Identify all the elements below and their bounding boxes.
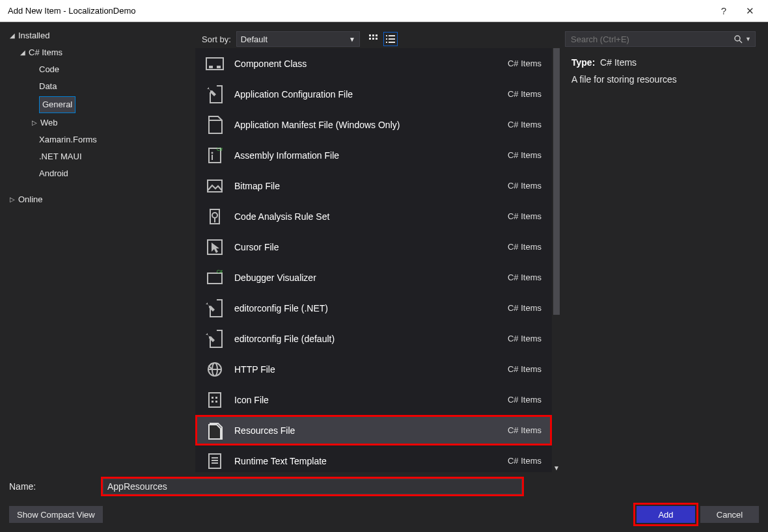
- tree-item-web[interactable]: ▷ Web: [4, 114, 191, 131]
- svg-rect-3: [369, 38, 371, 40]
- svg-rect-24: [208, 273, 222, 284]
- component-class-icon: [205, 54, 225, 73]
- svg-rect-30: [212, 397, 213, 399]
- list-item-label: Debugger Visualizer: [234, 273, 508, 283]
- list-item-label: Icon File: [234, 395, 508, 405]
- svg-rect-29: [209, 393, 221, 407]
- list-item-label: Runtime Text Template: [234, 456, 508, 466]
- list-item-resources-file[interactable]: Resources FileC# Items: [195, 415, 552, 446]
- tree-item-csharp[interactable]: ◢ C# Items: [4, 44, 191, 61]
- template-list: Component ClassC# Items Application Conf…: [195, 48, 552, 472]
- svg-rect-13: [209, 66, 213, 68]
- tree-item[interactable]: Xamarin.Forms: [4, 131, 191, 148]
- list-item[interactable]: C#Assembly Information FileC# Items: [195, 140, 552, 170]
- scroll-down-icon[interactable]: ▼: [552, 463, 561, 472]
- view-list-button[interactable]: [383, 32, 398, 46]
- svg-point-38: [735, 36, 740, 41]
- svg-rect-10: [386, 42, 387, 43]
- category-tree: ◢ Installed ◢ C# Items Code Data General…: [0, 22, 195, 472]
- tree-item-label: Installed: [18, 29, 49, 43]
- svg-rect-8: [386, 38, 387, 40]
- svg-text:C#: C#: [217, 269, 223, 274]
- chevron-right-icon: ▷: [8, 193, 17, 207]
- svg-rect-6: [386, 35, 387, 36]
- template-list-scrollbar[interactable]: ▼: [552, 48, 561, 472]
- list-item[interactable]: Cursor FileC# Items: [195, 232, 552, 262]
- info-file-icon: C#: [205, 146, 225, 165]
- list-item-label: Code Analysis Rule Set: [234, 211, 508, 222]
- tree-item-label: Android: [39, 166, 68, 181]
- list-item-label: Bitmap File: [234, 181, 508, 191]
- svg-rect-14: [217, 66, 221, 68]
- list-item-label: Resources File: [234, 425, 508, 436]
- title-bar: Add New Item - LocalizationDemo ? ✕: [0, 0, 768, 22]
- show-compact-view-button[interactable]: Show Compact View: [9, 506, 103, 523]
- svg-rect-5: [376, 38, 377, 40]
- tree-item-installed[interactable]: ◢ Installed: [4, 27, 191, 44]
- list-item-tag: C# Items: [508, 211, 542, 221]
- search-box[interactable]: ▼: [565, 31, 756, 47]
- list-item[interactable]: editorconfig File (default)C# Items: [195, 323, 552, 354]
- view-medium-icons-button[interactable]: [366, 32, 381, 46]
- ruleset-icon: [205, 207, 225, 226]
- tree-item-online[interactable]: ▷ Online: [4, 191, 191, 208]
- tree-item[interactable]: Code: [4, 61, 191, 78]
- list-item[interactable]: Application Configuration FileC# Items: [195, 79, 552, 109]
- help-icon[interactable]: ?: [711, 5, 737, 16]
- info-description: A file for storing resources: [571, 74, 752, 85]
- list-item-label: Component Class: [234, 59, 508, 69]
- list-item-tag: C# Items: [508, 120, 542, 129]
- svg-point-21: [212, 213, 217, 218]
- chevron-down-icon[interactable]: ▼: [745, 36, 751, 42]
- list-item[interactable]: Component ClassC# Items: [195, 48, 552, 79]
- add-button[interactable]: Add: [637, 506, 695, 523]
- icon-file-icon: [205, 390, 225, 410]
- cancel-button[interactable]: Cancel: [700, 506, 759, 523]
- svg-rect-11: [389, 42, 395, 43]
- name-input[interactable]: [103, 479, 522, 494]
- info-type-value: C# Items: [600, 57, 637, 68]
- cursor-icon: [205, 237, 225, 257]
- svg-rect-12: [206, 58, 223, 70]
- tree-item-label: Data: [39, 79, 57, 94]
- editorconfig-icon: [205, 299, 225, 318]
- window-title: Add New Item - LocalizationDemo: [5, 6, 711, 16]
- list-item-tag: C# Items: [508, 242, 542, 252]
- tree-item-label: C# Items: [29, 46, 62, 60]
- bottom-bar: Name: Show Compact View Add Cancel: [0, 472, 768, 532]
- search-input[interactable]: [569, 34, 731, 45]
- svg-rect-17: [212, 155, 213, 160]
- tree-item[interactable]: .NET MAUI: [4, 148, 191, 165]
- sort-by-dropdown[interactable]: Default ▼: [236, 31, 360, 47]
- list-item-tag: C# Items: [508, 181, 542, 191]
- list-item[interactable]: Application Manifest File (Windows Only)…: [195, 109, 552, 140]
- list-item[interactable]: HTTP FileC# Items: [195, 354, 552, 384]
- chevron-down-icon: ◢: [18, 46, 27, 60]
- bitmap-icon: [205, 176, 225, 196]
- list-icon: [386, 34, 395, 44]
- list-item[interactable]: Code Analysis Rule SetC# Items: [195, 201, 552, 232]
- list-item[interactable]: Icon FileC# Items: [195, 384, 552, 415]
- list-item-label: Application Configuration File: [234, 89, 508, 100]
- list-item[interactable]: Bitmap FileC# Items: [195, 170, 552, 201]
- list-item-tag: C# Items: [508, 364, 542, 374]
- chevron-down-icon: ◢: [8, 29, 17, 43]
- tree-item-label: Code: [39, 62, 59, 77]
- svg-rect-19: [208, 180, 222, 192]
- list-item-tag: C# Items: [508, 425, 542, 435]
- list-item[interactable]: editorconfig File (.NET)C# Items: [195, 293, 552, 323]
- list-item-label: Cursor File: [234, 242, 508, 252]
- tree-item[interactable]: Data: [4, 78, 191, 95]
- list-item-tag: C# Items: [508, 456, 542, 466]
- svg-rect-32: [212, 401, 213, 403]
- chevron-down-icon: ▼: [349, 36, 355, 43]
- tree-item[interactable]: Android: [4, 165, 191, 182]
- scrollbar-thumb[interactable]: [553, 48, 560, 315]
- sort-by-label: Sort by:: [202, 34, 231, 44]
- search-icon: [734, 34, 743, 44]
- close-icon[interactable]: ✕: [737, 5, 763, 17]
- list-item-tag: C# Items: [508, 334, 542, 343]
- tree-item-general[interactable]: General: [4, 95, 191, 114]
- list-item[interactable]: C#Debugger VisualizerC# Items: [195, 262, 552, 293]
- list-item[interactable]: Runtime Text TemplateC# Items: [195, 446, 552, 472]
